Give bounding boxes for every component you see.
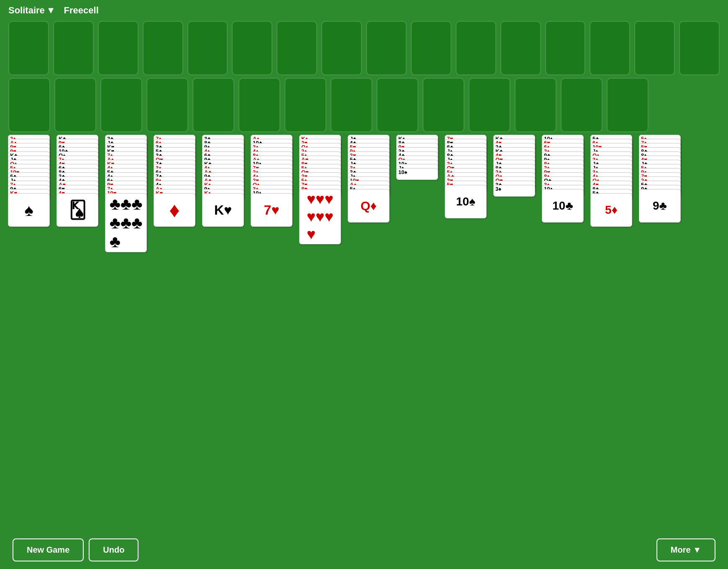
card-10clubs-face[interactable]: 10♣	[542, 189, 584, 223]
undo-button[interactable]: Undo	[89, 538, 138, 561]
column-13: 5♣ 6♦ 10♥ J♦ Q♦ 3♦ J♣ J♦ 3♦ 4♦ Q♦ 4♥ 8♣ …	[588, 135, 634, 227]
title-dropdown-icon: ▼	[46, 5, 56, 16]
slot-r1-15[interactable]	[634, 21, 675, 75]
slot-r2-13[interactable]	[561, 78, 602, 132]
slot-r1-2[interactable]	[53, 21, 94, 75]
slot-r2-3[interactable]	[100, 78, 142, 132]
slot-r1-14[interactable]	[590, 21, 630, 75]
slot-r2-6[interactable]	[238, 78, 280, 132]
slot-r2-5[interactable]	[192, 78, 234, 132]
column-1: 2♦ A♦ 9♥ 9♥ K♣ J♣ Q♦ 5♦ 10♥ 6♣ J♠ 7♦ 9♣ …	[6, 135, 52, 227]
slot-r1-7[interactable]	[277, 21, 317, 75]
slot-r2-8[interactable]	[331, 78, 372, 132]
slot-r1-12[interactable]	[500, 21, 541, 75]
slot-r1-16[interactable]	[679, 21, 720, 75]
card-9clubs-face[interactable]: 9♣	[639, 189, 681, 223]
slot-r2-2[interactable]	[54, 78, 96, 132]
slot-r2-1[interactable]	[8, 78, 50, 132]
column-6: A♦ 10♣ 2♦ 4♦ 8♦ A♦ 10♦ 7♥ 2♦ 4♦ 2♥ Q♦ 3♦…	[249, 135, 295, 227]
column-9: K♦ 8♣ 9♥ 3♣ 4♣ Q♦ 10♠ J♦ 10♠	[394, 135, 440, 180]
column-4: 7♦ 6♦ 3♣ 5♣ 3♣ Q♥ 7♣ 3♦ 6♠ 7♣ 9♦ 4♠ A♦ K…	[151, 135, 197, 227]
card-7clubs[interactable]: ♣♣♣♣♣♣♣	[105, 193, 147, 252]
title-text: Solitaire	[8, 5, 45, 16]
row1-slots	[0, 21, 728, 75]
column-8: J♣ 4♣ 5♥ 9♦ 3♥ 5♣ J♣ 3♦ 3♣ J♦ 10♥ A♦ 5♦ …	[346, 135, 392, 223]
card-ace-spades[interactable]: ♠	[8, 193, 50, 227]
game-columns: 2♦ A♦ 9♥ 9♥ K♣ J♣ Q♦ 5♦ 10♥ 6♣ J♠ 7♦ 9♣ …	[0, 135, 728, 252]
slot-r1-1[interactable]	[8, 21, 49, 75]
slot-r2-12[interactable]	[515, 78, 556, 132]
solitaire-title[interactable]: Solitaire ▼	[8, 5, 56, 16]
card[interactable]: 10♠	[396, 168, 438, 180]
slot-r1-9[interactable]	[366, 21, 407, 75]
new-game-button[interactable]: New Game	[13, 538, 84, 561]
slot-r1-8[interactable]	[321, 21, 362, 75]
slot-r1-6[interactable]	[232, 21, 272, 75]
column-5: 3♣ 8♣ 9♦ 4♦ 6♣ 9♣ K♣ 4♦ A♣ 9♣ A♣ K♦ 9♠ K…	[200, 135, 246, 227]
game-mode-label: Freecell	[64, 5, 99, 16]
slot-r1-5[interactable]	[187, 21, 228, 75]
bottom-left-buttons: New Game Undo	[13, 538, 138, 561]
column-12: 10♦ 6♥ 6♦ 2♦ 9♣ 9♠ 8♦ 2♦ 9♥ 8♦ Q♣ 3♦ 10♦…	[540, 135, 586, 223]
slot-r2-14[interactable]	[607, 78, 649, 132]
column-7: K♦ 2♥ Q♦ 2♦ 5♦ A♥ 8♥ 5♦ Q♥ 2♥ 5♦ 7♥ 8♥ ♥…	[297, 135, 343, 244]
slot-r1-13[interactable]	[545, 21, 586, 75]
slot-r2-7[interactable]	[285, 78, 326, 132]
row2-slots	[0, 78, 728, 132]
card[interactable]: 3♠	[493, 185, 535, 197]
column-11: K♣ 4♥ 2♣ K♣ 4♥ Q♥ J♣ 8♣ 2♣ Q♦ Q♥ 3♣ 3♠	[491, 135, 537, 197]
slot-r1-3[interactable]	[98, 21, 138, 75]
column-2: K♣ 9♥ 6♣ 10♣ Q♠ 7♦ 4♥ 6♣ 8♣ 3♣ 4♣ A♥ 6♥ …	[54, 135, 100, 227]
card-10clubs-big[interactable]: 10♠	[445, 185, 487, 218]
slot-r2-9[interactable]	[377, 78, 418, 132]
slot-r2-11[interactable]	[469, 78, 510, 132]
card-king-jack[interactable]: K♥	[202, 193, 244, 227]
slot-r1-11[interactable]	[456, 21, 496, 75]
column-14: 5♦ 7♦ 5♥ 8♣ 8♦ 4♥ J♣ 5♦ 9♦ 7♥ 2♣ 5♣ 9♣ 9…	[637, 135, 683, 223]
card-7hearts-big[interactable]: ♥♥♥♥♥♥♥	[299, 189, 341, 244]
slot-r1-4[interactable]	[143, 21, 183, 75]
slot-r2-4[interactable]	[146, 78, 188, 132]
card-2diamonds[interactable]: ♦	[154, 193, 195, 227]
slot-r1-10[interactable]	[411, 21, 451, 75]
card-king-clubs[interactable]: 🂮	[56, 193, 98, 227]
column-3: 2♣ J♣ K♥ K♥ 7♦ A♦ K♥ 4♦ 5♣ 4♠ 6♠ 9♥ 7♦ 1…	[103, 135, 149, 252]
bottom-bar: New Game Undo More ▼	[0, 531, 728, 569]
column-10: 7♥ 8♥ 6♣ J♦ 8♣ J♠ 2♦ Q♥ 5♦ A♣ 2♥ 5♥ 10♠	[443, 135, 489, 218]
card-queen-diamonds[interactable]: Q♦	[348, 189, 390, 223]
card-7hearts-face[interactable]: 7♥	[251, 193, 292, 227]
card-5diamonds-face[interactable]: 5♦	[590, 193, 632, 227]
slot-r2-10[interactable]	[423, 78, 464, 132]
more-button[interactable]: More ▼	[656, 538, 715, 561]
